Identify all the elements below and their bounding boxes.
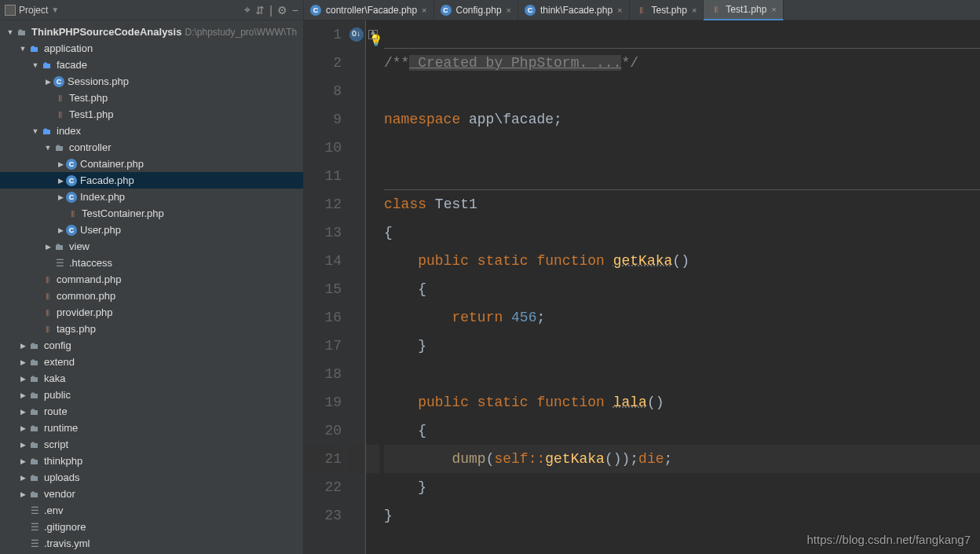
line-number[interactable]: 17 (304, 332, 342, 360)
tree-row[interactable]: ☰.travis.yml (0, 535, 303, 552)
line-number[interactable]: 8 (304, 77, 342, 105)
arrow-icon[interactable] (17, 408, 28, 416)
arrow-icon[interactable] (17, 474, 28, 482)
editor-tab[interactable]: CConfig.php× (434, 0, 518, 20)
arrow-icon[interactable] (17, 358, 28, 366)
arrow-icon[interactable] (30, 127, 41, 135)
arrow-icon[interactable] (55, 177, 66, 185)
code-line[interactable]: public static function lala() (384, 388, 980, 416)
tree-row[interactable]: 🖿script (0, 436, 303, 453)
arrow-icon[interactable] (55, 193, 66, 201)
line-number[interactable]: 13 (304, 218, 342, 247)
tree-row[interactable]: ☰.env (0, 502, 303, 519)
close-icon[interactable]: × (617, 6, 622, 15)
arrow-icon[interactable] (17, 424, 28, 432)
arrow-icon[interactable] (17, 441, 28, 449)
code-line[interactable] (384, 360, 980, 388)
code-editor[interactable]: 12891011121314151617181920212223 O↓O↓ +−… (304, 20, 980, 554)
arrow-icon[interactable] (55, 160, 66, 168)
override-icon[interactable]: O↓ (349, 28, 364, 42)
code-line[interactable]: class Test1 (384, 190, 980, 218)
tree-row[interactable]: 🖿kaka (0, 370, 303, 387)
tree-row[interactable]: ☰.gitignore (0, 519, 303, 535)
code-line[interactable]: public static function getKaka() (384, 247, 980, 275)
tree-row[interactable]: 🖿vendor (0, 486, 303, 502)
tree-row[interactable]: ⫴Test1.php (0, 106, 303, 123)
editor-tab[interactable]: Cthink\Facade.php× (518, 0, 630, 20)
tree-row[interactable]: 🖿runtime (0, 420, 303, 436)
tree-row[interactable]: ⫴Test.php (0, 90, 303, 106)
line-number[interactable]: 1 (304, 20, 342, 49)
editor-tab[interactable]: ⫴Test.php× (630, 0, 704, 20)
arrow-icon[interactable] (55, 226, 66, 234)
line-number[interactable]: 20 (304, 416, 342, 445)
tree-row[interactable]: 🖿application (0, 40, 303, 57)
tree-root[interactable]: 🖿 ThinkPHPSourceCodeAnalysis D:\phpstudy… (0, 24, 303, 40)
line-number[interactable]: 15 (304, 275, 342, 303)
line-number[interactable]: 23 (304, 501, 342, 530)
tree-row[interactable]: ⫴TestContainer.php (0, 205, 303, 222)
line-number[interactable]: 19 (304, 388, 342, 416)
close-icon[interactable]: × (692, 6, 697, 15)
tree-row[interactable]: 🖿view (0, 238, 303, 255)
arrow-icon[interactable] (30, 61, 41, 69)
code-line[interactable] (384, 134, 980, 162)
arrow-icon[interactable] (42, 78, 53, 86)
line-number[interactable]: 2 (304, 49, 342, 77)
line-number[interactable]: 11 (304, 162, 342, 190)
line-number[interactable]: 12 (304, 190, 342, 218)
tree-row[interactable]: 🖿public (0, 387, 303, 403)
code-line[interactable]: /** Created by PhpStorm. ...*/ (384, 49, 980, 77)
tree-row[interactable]: CContainer.php (0, 156, 303, 172)
tree-row[interactable]: ⫴provider.php (0, 304, 303, 321)
code-line[interactable]: { (384, 218, 980, 247)
project-tree[interactable]: 🖿 ThinkPHPSourceCodeAnalysis D:\phpstudy… (0, 20, 303, 554)
line-number[interactable]: 18 (304, 360, 342, 388)
arrow-icon[interactable] (17, 457, 28, 465)
line-number[interactable]: 16 (304, 303, 342, 332)
tree-row[interactable]: 🖿config (0, 337, 303, 354)
target-icon[interactable]: ⌖ (244, 3, 250, 17)
arrow-icon[interactable] (17, 490, 28, 498)
code-line[interactable]: namespace app\facade; (384, 105, 980, 134)
project-title[interactable]: Project (19, 5, 48, 16)
code-line[interactable] (384, 77, 980, 105)
tree-row[interactable]: 🖿index (0, 123, 303, 139)
arrow-icon[interactable] (17, 375, 28, 383)
code-line[interactable] (384, 162, 980, 190)
line-number[interactable]: 14 (304, 247, 342, 275)
code-line[interactable]: dump(self::getKaka());die; (384, 445, 980, 473)
tree-row[interactable]: CSessions.php (0, 73, 303, 90)
arrow-icon[interactable] (17, 391, 28, 399)
tree-row[interactable]: ⫴tags.php (0, 321, 303, 337)
code-line[interactable]: } (384, 501, 980, 530)
close-icon[interactable]: × (506, 6, 511, 15)
tree-row[interactable]: ☰.htaccess (0, 255, 303, 271)
close-icon[interactable]: × (422, 6, 426, 15)
tree-row[interactable]: ⫴common.php (0, 288, 303, 304)
close-icon[interactable]: × (771, 5, 776, 14)
arrow-icon[interactable] (42, 243, 53, 251)
tree-row[interactable]: 🖿facade (0, 57, 303, 73)
code-content[interactable]: /** Created by PhpStorm. ...*/namespace … (379, 20, 980, 554)
tree-row[interactable]: 🖿uploads (0, 469, 303, 486)
tree-row[interactable]: 🖿controller (0, 139, 303, 156)
arrow-icon[interactable] (17, 342, 28, 350)
arrow-icon[interactable] (17, 45, 28, 53)
tree-row[interactable]: CUser.php (0, 222, 303, 238)
line-number[interactable]: 10 (304, 134, 342, 162)
line-number[interactable]: 22 (304, 473, 342, 501)
chevron-down-icon[interactable]: ▼ (51, 6, 59, 14)
arrow-icon[interactable] (42, 144, 53, 152)
editor-tab[interactable]: ⫴Test1.php× (704, 0, 783, 20)
line-number[interactable]: 9 (304, 105, 342, 134)
code-line[interactable]: } (384, 332, 980, 360)
code-line[interactable]: { (384, 275, 980, 303)
tree-row[interactable]: CIndex.php (0, 189, 303, 205)
code-line[interactable]: } (384, 473, 980, 501)
gear-icon[interactable]: ⚙ (277, 4, 287, 17)
expand-arrow-icon[interactable] (5, 28, 16, 36)
editor-tab[interactable]: Ccontroller\Facade.php× (304, 0, 434, 20)
tree-row[interactable]: CFacade.php (0, 172, 303, 189)
code-line[interactable] (384, 20, 980, 49)
